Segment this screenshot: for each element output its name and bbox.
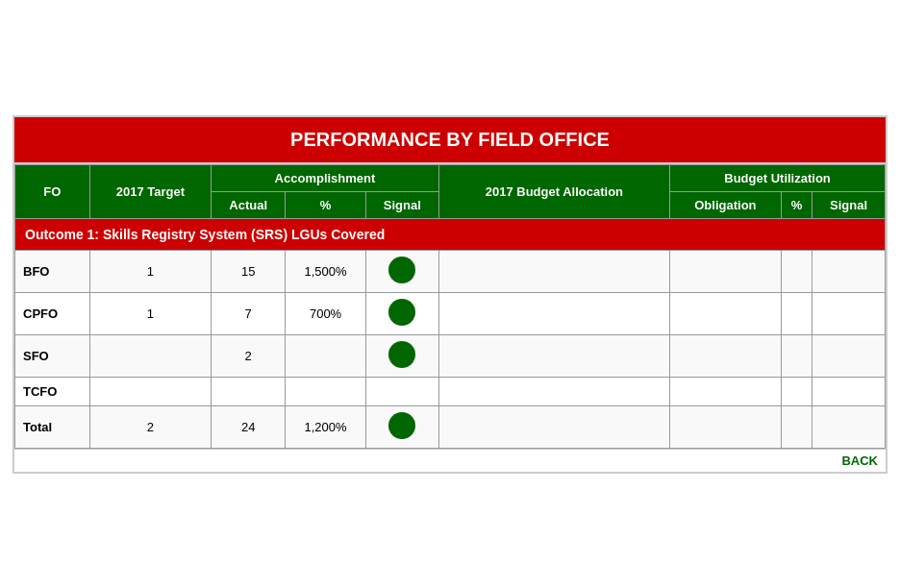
table-header-row-1: FO 2017 Target Accomplishment 2017 Budge… [15,164,886,191]
target-cell: 1 [89,292,212,334]
back-link[interactable]: BACK [14,449,886,472]
actual-cell [212,377,286,405]
budget-percent-cell [781,250,812,292]
table-row: Total2241,200% [15,405,886,448]
target-cell [89,377,212,405]
signal-header: Signal [365,191,438,218]
outcome-label: Outcome 1: Skills Registry System (SRS) … [15,218,886,250]
percent-cell: 1,500% [286,250,366,292]
actual-header: Actual [212,191,286,218]
obligation-cell [670,377,782,405]
target-cell [89,334,212,377]
accomplishment-header: Accomplishment [212,164,438,191]
percent-cell [286,377,366,405]
budget-percent-cell [781,405,812,448]
target-header: 2017 Target [89,164,212,218]
signal-circle-icon [388,257,415,283]
budget-percent-cell [781,292,812,334]
fo-cell: BFO [15,250,90,292]
main-container: PERFORMANCE BY FIELD OFFICE FO 2017 Targ… [12,115,888,474]
budget-allocation-cell [438,250,669,292]
signal-cell [365,292,438,334]
fo-cell: CPFO [15,292,90,334]
signal-circle-icon [388,299,415,326]
signal-circle-icon [388,341,415,368]
percent-cell: 700% [286,292,366,334]
budget-percent-cell [781,377,812,405]
target-cell: 1 [89,250,212,292]
fo-cell: SFO [15,334,90,377]
actual-cell: 7 [212,292,286,334]
budget-signal-header: Signal [812,191,886,218]
obligation-header: Obligation [670,191,782,218]
signal-cell [365,377,438,405]
signal-cell [365,250,438,292]
fo-header: FO [15,164,90,218]
target-cell: 2 [89,405,212,448]
table-row: TCFO [15,377,886,405]
budget-allocation-cell [438,405,669,448]
fo-cell: Total [15,405,90,448]
budget-utilization-header: Budget Utilization [670,164,886,191]
percent-cell [286,334,366,377]
budget-signal-cell [812,377,886,405]
percent-cell: 1,200% [286,405,366,448]
table-body: Outcome 1: Skills Registry System (SRS) … [15,218,886,448]
budget-signal-cell [812,250,886,292]
table-row: BFO1151,500% [15,250,886,292]
budget-allocation-header: 2017 Budget Allocation [438,164,669,218]
actual-cell: 2 [212,334,286,377]
signal-circle-icon [388,412,415,439]
obligation-cell [670,334,782,377]
obligation-cell [670,250,782,292]
signal-cell [365,405,438,448]
fo-cell: TCFO [15,377,90,405]
actual-cell: 15 [212,250,286,292]
percent-header: % [286,191,366,218]
actual-cell: 24 [212,405,286,448]
budget-signal-cell [812,405,886,448]
table-row: CPFO17700% [15,292,886,334]
obligation-cell [670,405,782,448]
budget-allocation-cell [438,334,669,377]
table-row: SFO2 [15,334,886,377]
budget-percent-cell [781,334,812,377]
budget-allocation-cell [438,377,669,405]
performance-table: FO 2017 Target Accomplishment 2017 Budge… [14,164,886,449]
budget-allocation-cell [438,292,669,334]
budget-percent-header: % [781,191,812,218]
page-title: PERFORMANCE BY FIELD OFFICE [14,117,886,164]
budget-signal-cell [812,334,886,377]
obligation-cell [670,292,782,334]
outcome-row: Outcome 1: Skills Registry System (SRS) … [15,218,886,250]
signal-cell [365,334,438,377]
budget-signal-cell [812,292,886,334]
